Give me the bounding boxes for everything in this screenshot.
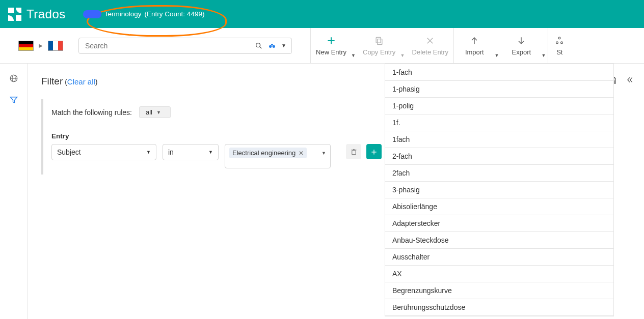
rule-operator-select[interactable]: in ▼: [163, 144, 219, 160]
remove-chip-icon[interactable]: ✕: [299, 150, 304, 157]
search-input[interactable]: [84, 41, 255, 50]
rule-value-select[interactable]: Electrical engineering ✕ ▼: [225, 144, 331, 168]
language-direction-icon: ▶: [39, 43, 43, 48]
arrow-down-icon: [516, 35, 526, 46]
brand: Trados: [8, 7, 66, 21]
structure-button[interactable]: St: [548, 28, 571, 63]
term-list-item[interactable]: 1f.: [385, 114, 613, 131]
title-prefix: Terminology: [104, 10, 142, 18]
svg-point-13: [558, 37, 560, 39]
term-list-item[interactable]: Begrenzungskurve: [385, 282, 613, 299]
svg-point-14: [556, 42, 558, 44]
delete-entry-label: Delete Entry: [412, 48, 449, 56]
svg-rect-8: [376, 37, 381, 43]
chevron-down-icon[interactable]: ▼: [541, 53, 546, 58]
delete-entry-button: Delete Entry: [407, 28, 453, 63]
value-chip: Electrical engineering ✕: [229, 148, 307, 158]
termbase-title: Terminology (Entry Count: 4499): [83, 10, 205, 18]
arrow-up-icon: [469, 35, 479, 46]
search-field[interactable]: ▼: [78, 38, 292, 54]
svg-line-1: [260, 47, 261, 48]
value-chip-label: Electrical engineering: [232, 149, 296, 157]
svg-marker-19: [10, 97, 17, 103]
term-list-item[interactable]: 2-fach: [385, 148, 613, 165]
match-label: Match the following rules:: [51, 108, 132, 117]
svg-rect-7: [378, 39, 382, 45]
svg-point-3: [273, 45, 275, 47]
add-rule-button[interactable]: ＋: [366, 144, 382, 159]
term-list-item[interactable]: 3-phasig: [385, 182, 613, 198]
copy-entry-button: Copy Entry ▼: [358, 28, 407, 63]
term-list: 1-fach1-phasig1-polig1f.1fach2-fach2fach…: [385, 64, 614, 316]
new-entry-label: New Entry: [316, 48, 346, 56]
export-button[interactable]: Export ▼: [501, 28, 548, 63]
plus-icon: [326, 35, 336, 46]
term-list-item[interactable]: 1-fach: [385, 64, 613, 81]
rule-field-value: Subject: [57, 148, 81, 156]
chevron-down-icon: ▼: [400, 53, 405, 58]
export-label: Export: [512, 48, 531, 56]
close-icon: [425, 35, 435, 46]
match-mode-value: all: [146, 108, 152, 116]
brand-bar: Trados Terminology (Entry Count: 4499): [0, 0, 644, 28]
language-search-area: ▶ ▼: [0, 28, 311, 63]
chevron-down-icon[interactable]: ▼: [351, 53, 356, 58]
filter-icon[interactable]: [8, 94, 19, 105]
rule-operator-value: in: [168, 148, 174, 156]
source-language-flag-de[interactable]: [18, 41, 34, 51]
chevron-down-icon: ▼: [321, 151, 326, 156]
svg-rect-4: [271, 44, 273, 45]
side-nav: [0, 64, 28, 319]
term-list-item[interactable]: Berührungsschutzdose: [385, 299, 613, 316]
term-list-item[interactable]: 1fach: [385, 131, 613, 148]
clear-all-link[interactable]: Clear all: [67, 77, 95, 86]
filter-title: Filter: [41, 76, 63, 86]
structure-label: St: [556, 48, 562, 56]
term-list-item[interactable]: 1-polig: [385, 98, 613, 114]
target-language-flag-fr[interactable]: [48, 41, 63, 51]
term-list-item[interactable]: 1-phasig: [385, 81, 613, 98]
paren-close: ): [95, 78, 98, 86]
brand-name: Trados: [26, 7, 66, 21]
new-entry-button[interactable]: New Entry ▼: [311, 28, 358, 63]
chevron-down-icon: ▼: [146, 150, 151, 155]
import-label: Import: [465, 48, 484, 56]
copy-entry-label: Copy Entry: [363, 48, 395, 56]
copy-icon: [374, 35, 384, 46]
brand-logo-icon: [8, 8, 21, 21]
binoculars-icon[interactable]: [268, 42, 276, 50]
action-toolbar: New Entry ▼ Copy Entry ▼ Delete Entry: [311, 28, 571, 63]
match-mode-select[interactable]: all ▼: [139, 106, 171, 118]
entry-count: (Entry Count: 4499): [145, 10, 205, 18]
term-list-item[interactable]: Abisolierlänge: [385, 198, 613, 215]
redacted-name: [83, 10, 101, 18]
structure-icon: [555, 35, 564, 46]
search-dropdown-icon[interactable]: ▼: [281, 43, 286, 48]
svg-point-0: [256, 43, 260, 47]
term-list-item[interactable]: Anbau-Steckdose: [385, 232, 613, 249]
search-icon[interactable]: [255, 42, 263, 50]
term-list-item[interactable]: Adapterstecker: [385, 215, 613, 232]
chevron-down-icon: ▼: [208, 150, 213, 155]
collapse-panel-icon[interactable]: [626, 76, 634, 85]
chevron-down-icon[interactable]: ▼: [494, 53, 499, 58]
rule-field-select[interactable]: Subject ▼: [51, 144, 156, 160]
sub-toolbar: ▶ ▼ New Entry ▼: [0, 28, 644, 64]
term-list-item[interactable]: AX: [385, 266, 613, 282]
import-button[interactable]: Import ▼: [454, 28, 501, 63]
chevron-down-icon: ▼: [156, 110, 161, 115]
globe-icon[interactable]: [8, 73, 19, 84]
delete-rule-button[interactable]: [346, 144, 361, 159]
svg-point-2: [269, 45, 272, 47]
term-list-item[interactable]: 2fach: [385, 165, 613, 182]
term-list-item[interactable]: Ausschalter: [385, 249, 613, 266]
svg-rect-22: [352, 151, 356, 155]
svg-point-15: [561, 42, 563, 44]
